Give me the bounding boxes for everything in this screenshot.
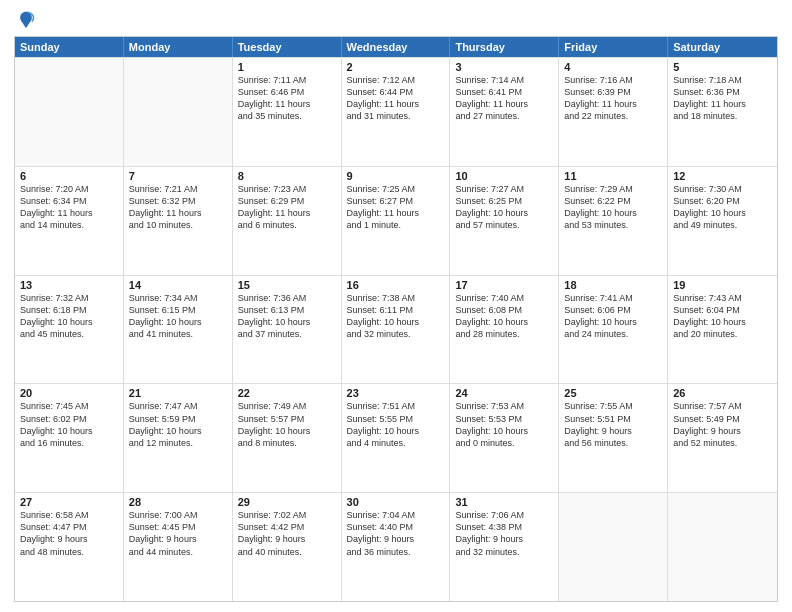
cell-line: Sunset: 4:45 PM [129, 521, 227, 533]
cell-line: Sunrise: 7:06 AM [455, 509, 553, 521]
day-number: 28 [129, 496, 227, 508]
cell-line: Sunrise: 7:51 AM [347, 400, 445, 412]
day-number: 31 [455, 496, 553, 508]
cell-line: Daylight: 10 hours [455, 316, 553, 328]
calendar-cell: 15Sunrise: 7:36 AMSunset: 6:13 PMDayligh… [233, 276, 342, 384]
cell-line: Daylight: 10 hours [347, 425, 445, 437]
cell-line: Daylight: 11 hours [673, 98, 772, 110]
cell-line: Sunset: 5:53 PM [455, 413, 553, 425]
cell-line: Sunrise: 7:12 AM [347, 74, 445, 86]
cell-line: and 27 minutes. [455, 110, 553, 122]
cell-line: Daylight: 10 hours [129, 316, 227, 328]
cell-line: and 10 minutes. [129, 219, 227, 231]
calendar-cell: 7Sunrise: 7:21 AMSunset: 6:32 PMDaylight… [124, 167, 233, 275]
cell-line: and 49 minutes. [673, 219, 772, 231]
cell-line: Daylight: 10 hours [20, 316, 118, 328]
day-number: 1 [238, 61, 336, 73]
calendar-row: 1Sunrise: 7:11 AMSunset: 6:46 PMDaylight… [15, 57, 777, 166]
calendar-cell: 2Sunrise: 7:12 AMSunset: 6:44 PMDaylight… [342, 58, 451, 166]
cell-line: Sunrise: 7:16 AM [564, 74, 662, 86]
cell-line: Sunset: 6:39 PM [564, 86, 662, 98]
cell-line: Sunrise: 7:00 AM [129, 509, 227, 521]
calendar-cell: 9Sunrise: 7:25 AMSunset: 6:27 PMDaylight… [342, 167, 451, 275]
cell-line: Daylight: 11 hours [564, 98, 662, 110]
cell-line: Sunset: 6:34 PM [20, 195, 118, 207]
cell-line: Daylight: 10 hours [129, 425, 227, 437]
calendar-cell: 3Sunrise: 7:14 AMSunset: 6:41 PMDaylight… [450, 58, 559, 166]
cell-line: and 28 minutes. [455, 328, 553, 340]
cell-line: Daylight: 10 hours [238, 316, 336, 328]
cell-line: Daylight: 9 hours [129, 533, 227, 545]
calendar-cell: 20Sunrise: 7:45 AMSunset: 6:02 PMDayligh… [15, 384, 124, 492]
day-number: 17 [455, 279, 553, 291]
cell-line: Sunrise: 7:36 AM [238, 292, 336, 304]
cell-line: and 37 minutes. [238, 328, 336, 340]
cell-line: Sunrise: 7:49 AM [238, 400, 336, 412]
calendar-cell: 16Sunrise: 7:38 AMSunset: 6:11 PMDayligh… [342, 276, 451, 384]
page: SundayMondayTuesdayWednesdayThursdayFrid… [0, 0, 792, 612]
calendar-header-cell: Wednesday [342, 37, 451, 57]
cell-line: and 53 minutes. [564, 219, 662, 231]
day-number: 2 [347, 61, 445, 73]
cell-line: Sunrise: 7:55 AM [564, 400, 662, 412]
calendar-cell [124, 58, 233, 166]
cell-line: Sunset: 5:59 PM [129, 413, 227, 425]
cell-line: Sunrise: 7:32 AM [20, 292, 118, 304]
day-number: 21 [129, 387, 227, 399]
cell-line: Sunrise: 7:23 AM [238, 183, 336, 195]
cell-line: Sunset: 6:15 PM [129, 304, 227, 316]
cell-line: Sunset: 5:49 PM [673, 413, 772, 425]
cell-line: Sunset: 6:25 PM [455, 195, 553, 207]
cell-line: Sunrise: 7:38 AM [347, 292, 445, 304]
cell-line: Sunset: 6:08 PM [455, 304, 553, 316]
cell-line: Daylight: 9 hours [347, 533, 445, 545]
calendar-cell: 23Sunrise: 7:51 AMSunset: 5:55 PMDayligh… [342, 384, 451, 492]
cell-line: Daylight: 9 hours [455, 533, 553, 545]
cell-line: Daylight: 11 hours [347, 207, 445, 219]
day-number: 30 [347, 496, 445, 508]
cell-line: Daylight: 9 hours [20, 533, 118, 545]
cell-line: Daylight: 10 hours [673, 207, 772, 219]
calendar-cell: 27Sunrise: 6:58 AMSunset: 4:47 PMDayligh… [15, 493, 124, 601]
cell-line: Sunset: 6:20 PM [673, 195, 772, 207]
calendar-header-cell: Tuesday [233, 37, 342, 57]
calendar-header-cell: Friday [559, 37, 668, 57]
cell-line: Sunrise: 7:57 AM [673, 400, 772, 412]
cell-line: and 56 minutes. [564, 437, 662, 449]
cell-line: and 36 minutes. [347, 546, 445, 558]
calendar-cell: 17Sunrise: 7:40 AMSunset: 6:08 PMDayligh… [450, 276, 559, 384]
calendar-cell: 10Sunrise: 7:27 AMSunset: 6:25 PMDayligh… [450, 167, 559, 275]
cell-line: Daylight: 10 hours [455, 207, 553, 219]
cell-line: Sunrise: 7:20 AM [20, 183, 118, 195]
cell-line: Daylight: 11 hours [238, 98, 336, 110]
day-number: 7 [129, 170, 227, 182]
cell-line: and 8 minutes. [238, 437, 336, 449]
day-number: 23 [347, 387, 445, 399]
day-number: 3 [455, 61, 553, 73]
calendar-header-cell: Saturday [668, 37, 777, 57]
calendar-cell: 19Sunrise: 7:43 AMSunset: 6:04 PMDayligh… [668, 276, 777, 384]
cell-line: Sunset: 6:32 PM [129, 195, 227, 207]
cell-line: and 41 minutes. [129, 328, 227, 340]
calendar-cell [668, 493, 777, 601]
calendar-cell [559, 493, 668, 601]
day-number: 12 [673, 170, 772, 182]
calendar-cell: 22Sunrise: 7:49 AMSunset: 5:57 PMDayligh… [233, 384, 342, 492]
cell-line: Sunset: 4:38 PM [455, 521, 553, 533]
cell-line: Sunrise: 7:14 AM [455, 74, 553, 86]
calendar-cell: 11Sunrise: 7:29 AMSunset: 6:22 PMDayligh… [559, 167, 668, 275]
cell-line: Sunset: 6:46 PM [238, 86, 336, 98]
cell-line: and 18 minutes. [673, 110, 772, 122]
cell-line: Sunrise: 7:04 AM [347, 509, 445, 521]
cell-line: Sunrise: 7:11 AM [238, 74, 336, 86]
cell-line: Sunset: 6:04 PM [673, 304, 772, 316]
cell-line: and 22 minutes. [564, 110, 662, 122]
cell-line: Daylight: 10 hours [347, 316, 445, 328]
cell-line: Daylight: 11 hours [129, 207, 227, 219]
cell-line: Daylight: 11 hours [455, 98, 553, 110]
cell-line: Sunset: 6:41 PM [455, 86, 553, 98]
day-number: 22 [238, 387, 336, 399]
cell-line: Sunset: 6:22 PM [564, 195, 662, 207]
cell-line: and 14 minutes. [20, 219, 118, 231]
cell-line: Daylight: 11 hours [20, 207, 118, 219]
